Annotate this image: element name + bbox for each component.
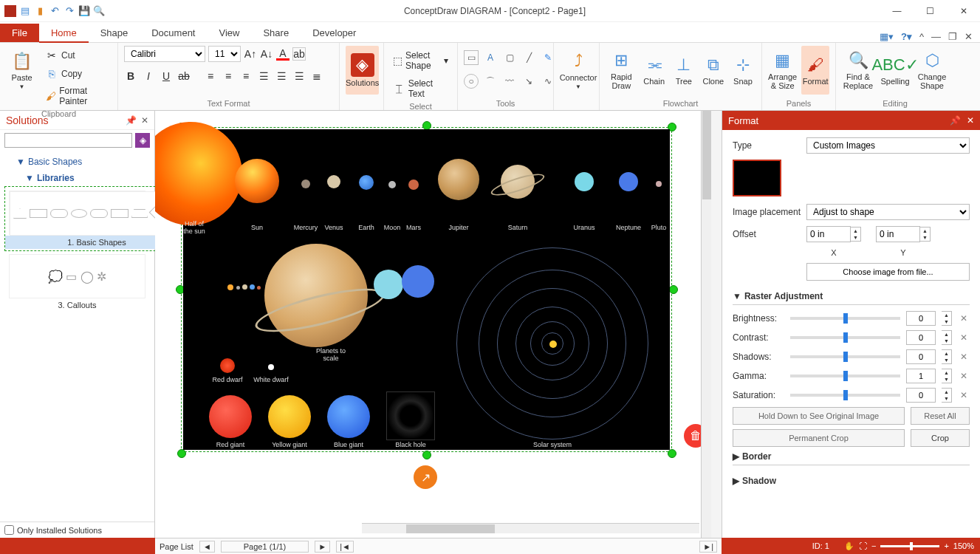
contrast-slider[interactable] (790, 336, 900, 339)
zoom-out-button[interactable]: − (871, 541, 876, 550)
shrink-font-icon[interactable]: A↓ (260, 47, 273, 61)
canvas-scrollbar-v[interactable] (701, 111, 711, 538)
page-indicator[interactable]: Page1 (1/1) (221, 541, 309, 553)
brightness-input[interactable] (906, 311, 936, 326)
select-shape-button[interactable]: ⬚Select Shape ▾ (390, 49, 451, 72)
rapid-draw-button[interactable]: ⊞Rapid Draw (606, 46, 637, 95)
rotate-button[interactable]: ↗ (414, 465, 437, 489)
close-panel-icon[interactable]: ✕ (141, 115, 148, 126)
italic-icon[interactable]: I (142, 69, 155, 83)
align-left-icon[interactable]: ≡ (204, 69, 217, 83)
only-installed-checkbox[interactable] (4, 525, 14, 535)
paste-button[interactable]: 📋Paste▼ (6, 46, 38, 95)
format-painter-button[interactable]: 🖌Format Painter (42, 84, 112, 108)
format-button[interactable]: 🖌Format (801, 46, 829, 95)
redo-icon[interactable]: ↷ (64, 5, 75, 17)
offset-y-spinner[interactable]: ▲▼ (920, 227, 931, 242)
zoom-in-button[interactable]: + (944, 541, 948, 550)
strike-icon[interactable]: ab (177, 69, 191, 83)
minimize-button[interactable]: — (880, 1, 914, 21)
hand-tool-icon[interactable]: ✋ (844, 541, 854, 551)
underline-icon[interactable]: U (160, 69, 173, 83)
spline-tool-icon[interactable]: ∿ (541, 74, 555, 89)
contrast-input[interactable] (906, 330, 936, 345)
reset-gamma-icon[interactable]: ✕ (958, 371, 970, 381)
bullets-icon[interactable]: ≣ (310, 69, 323, 83)
copy-button[interactable]: ⎘Copy (42, 66, 112, 82)
offset-x-spinner[interactable]: ▲▼ (851, 227, 861, 242)
reset-saturation-icon[interactable]: ✕ (958, 390, 970, 400)
tree-basic-shapes[interactable]: ▼Basic Shapes (4, 154, 150, 170)
zoom-slider[interactable] (880, 545, 939, 547)
pen-tool-icon[interactable]: ✎ (541, 50, 555, 65)
choose-image-button[interactable]: Choose image from file... (806, 263, 970, 281)
reset-brightness-icon[interactable]: ✕ (958, 313, 970, 324)
page-last-button[interactable]: ►| (699, 541, 717, 553)
align-right-icon[interactable]: ≡ (239, 69, 253, 83)
page-prev-button[interactable]: ◄ (199, 541, 215, 553)
find-replace-button[interactable]: 🔍Find & Replace (842, 46, 874, 95)
offset-y-input[interactable] (876, 226, 920, 242)
curve-tool-icon[interactable]: 〰 (502, 74, 517, 89)
connector-button[interactable]: ⤴Connector▼ (560, 46, 597, 95)
lib-basic-shapes[interactable]: 1. Basic Shapes (4, 186, 154, 251)
help-icon[interactable]: ?▾ (901, 31, 912, 42)
shadows-input[interactable] (906, 349, 936, 364)
saturation-input[interactable] (906, 388, 936, 403)
select-text-button[interactable]: ⌶Select Text (390, 77, 451, 100)
align-top-icon[interactable]: ☰ (257, 69, 270, 83)
save-icon[interactable]: 💾 (78, 5, 90, 17)
close2-icon[interactable]: ✕ (964, 31, 973, 42)
pin-icon[interactable]: 📌 (126, 115, 137, 126)
solutions-button[interactable]: ◈Solutions (346, 46, 379, 95)
offset-x-input[interactable] (806, 226, 851, 242)
tab-share[interactable]: Share (251, 24, 301, 42)
size-select[interactable]: 11 (208, 46, 241, 62)
clone-button[interactable]: ⧉Clone (701, 46, 726, 95)
open-icon[interactable]: ▮ (34, 5, 46, 17)
image-thumbnail[interactable] (733, 160, 781, 196)
drawing-canvas[interactable]: Half of the sun Sun Mercury Venus Earth … (155, 111, 711, 538)
raster-section[interactable]: ▼Raster Adjustment (733, 287, 970, 305)
ellipse-tool-icon[interactable]: ○ (464, 74, 479, 89)
page-next-button[interactable]: ► (315, 541, 330, 553)
arrange-button[interactable]: ▦Arrange & Size (768, 46, 797, 95)
restore-icon[interactable]: ❐ (948, 31, 957, 42)
align-bot-icon[interactable]: ☰ (292, 69, 306, 83)
cut-button[interactable]: ✂Cut (42, 47, 112, 64)
grow-font-icon[interactable]: A↑ (244, 47, 257, 61)
close-button[interactable]: ✕ (947, 1, 980, 21)
tab-view[interactable]: View (207, 24, 251, 42)
line-tool-icon[interactable]: ╱ (521, 50, 536, 65)
new-icon[interactable]: ▤ (19, 5, 31, 17)
change-shape-button[interactable]: ⬡Change Shape (916, 46, 948, 95)
callout-tool-icon[interactable]: ▢ (502, 50, 517, 65)
close-panel-icon[interactable]: ✕ (967, 115, 974, 126)
arc-tool-icon[interactable]: ⌒ (483, 74, 498, 89)
pin-icon[interactable]: 📌 (950, 115, 961, 126)
arrow-tool-icon[interactable]: ↘ (521, 74, 536, 89)
tab-home[interactable]: Home (39, 24, 89, 42)
align-mid-icon[interactable]: ☰ (275, 69, 288, 83)
solutions-search-input[interactable] (4, 133, 132, 148)
saturation-slider[interactable] (790, 394, 900, 397)
font-color-icon[interactable]: A (276, 47, 289, 61)
hold-original-button[interactable]: Hold Down to See Original Image (733, 407, 905, 425)
maximize-button[interactable]: ☐ (914, 1, 947, 21)
page-first-button[interactable]: |◄ (336, 541, 354, 553)
placement-select[interactable]: Adjust to shape (806, 204, 970, 220)
collapse-icon[interactable]: ^ (919, 31, 924, 42)
chain-button[interactable]: ⫘Chain (642, 46, 667, 95)
snap-button[interactable]: ⊹Snap (730, 46, 755, 95)
tab-shape[interactable]: Shape (89, 24, 140, 42)
font-select[interactable]: Calibri (124, 46, 205, 62)
clear-format-icon[interactable]: ab (292, 47, 306, 61)
min2-icon[interactable]: — (931, 31, 941, 42)
shadow-section[interactable]: ▶Shadow (733, 471, 970, 489)
reset-all-button[interactable]: Reset All (911, 407, 970, 425)
text-tool-icon[interactable]: A (483, 50, 498, 65)
tree-libraries[interactable]: ▼Libraries (4, 170, 150, 186)
gamma-input[interactable] (906, 369, 936, 383)
tab-document[interactable]: Document (140, 24, 207, 42)
reset-contrast-icon[interactable]: ✕ (958, 332, 970, 343)
